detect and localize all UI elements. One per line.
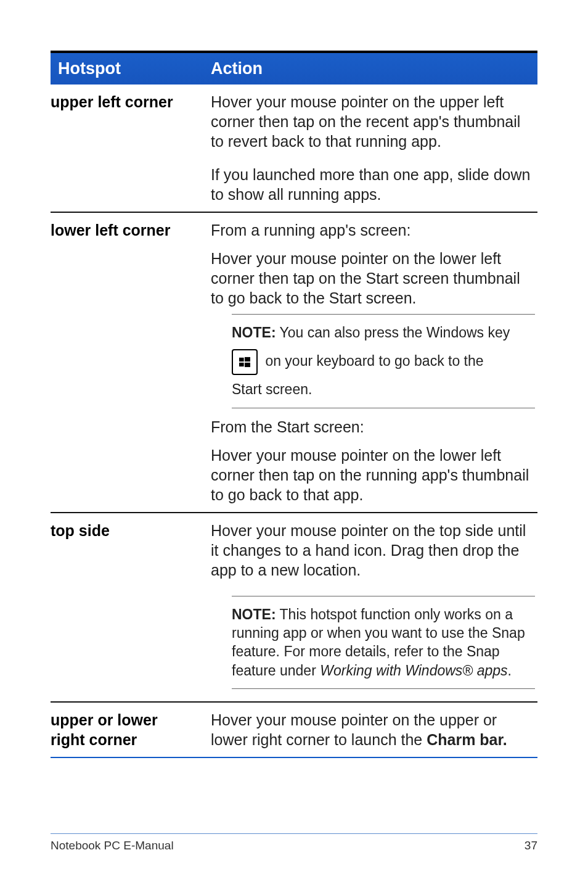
row-content-upper-left: Hover your mouse pointer on the upper le… — [211, 85, 537, 212]
paragraph: From a running app's screen: — [211, 220, 535, 240]
paragraph: Hover your mouse pointer on the lower le… — [211, 249, 535, 308]
paragraph: Hover your mouse pointer on the top side… — [211, 521, 535, 580]
row-content-top-side: Hover your mouse pointer on the top side… — [211, 513, 537, 702]
svg-rect-2 — [239, 363, 244, 366]
note-prefix: NOTE: — [232, 324, 276, 340]
note-line: on your keyboard to go back to the — [232, 347, 535, 377]
label-line: right corner — [51, 730, 206, 749]
row-label-upper-left: upper left corner — [51, 85, 211, 212]
label-line: upper or lower — [51, 710, 206, 730]
note-text: on your keyboard to go back to the — [261, 353, 484, 369]
note-text: You can also press the Windows key — [276, 324, 510, 340]
row-label-right-corner: upper or lower right corner — [51, 702, 211, 757]
windows-logo-icon — [239, 357, 250, 368]
page-content: Hotspot Action upper left corner Hover y… — [0, 0, 588, 758]
note-text: Start screen. — [232, 380, 535, 398]
windows-key-icon — [232, 349, 258, 375]
row-label-lower-left: lower left corner — [51, 212, 211, 513]
footer-page-number: 37 — [525, 839, 537, 852]
svg-rect-0 — [239, 358, 244, 361]
note-italic: Working with Windows® apps — [320, 662, 507, 679]
charm-bar-bold: Charm bar. — [427, 731, 507, 748]
row-content-lower-left: From a running app's screen: Hover your … — [211, 212, 537, 513]
hotspot-table: upper left corner Hover your mouse point… — [51, 85, 537, 758]
paragraph: From the Start screen: — [211, 417, 535, 437]
paragraph: Hover your mouse pointer on the lower le… — [211, 445, 535, 505]
table-row: top side Hover your mouse pointer on the… — [51, 513, 537, 702]
table-row: lower left corner From a running app's s… — [51, 212, 537, 513]
table-bottom-border — [51, 757, 537, 757]
note-text: . — [508, 662, 512, 679]
svg-rect-1 — [245, 357, 250, 361]
page-footer: Notebook PC E-Manual 37 — [51, 833, 537, 852]
column-header-hotspot: Hotspot — [51, 53, 211, 85]
note-block: NOTE: You can also press the Windows key… — [232, 314, 535, 408]
row-label-top-side: top side — [51, 513, 211, 702]
footer-title: Notebook PC E-Manual — [51, 839, 174, 852]
paragraph: If you launched more than one app, slide… — [211, 165, 535, 204]
table-row: upper left corner Hover your mouse point… — [51, 85, 537, 212]
column-header-action: Action — [211, 53, 537, 85]
svg-rect-3 — [245, 363, 250, 367]
note-block: NOTE: This hotspot function only works o… — [232, 596, 535, 689]
paragraph: Hover your mouse pointer on the upper le… — [211, 92, 535, 151]
table-row: upper or lower right corner Hover your m… — [51, 702, 537, 757]
note-prefix: NOTE: — [232, 606, 276, 622]
row-content-right-corner: Hover your mouse pointer on the upper or… — [211, 702, 537, 757]
table-header: Hotspot Action — [51, 51, 537, 85]
